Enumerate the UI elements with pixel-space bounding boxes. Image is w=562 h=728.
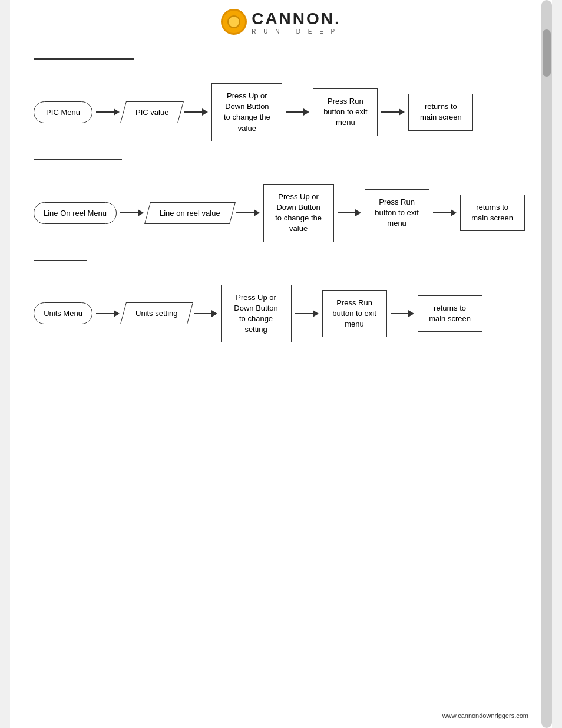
scrollbar-thumb[interactable] [543, 29, 551, 77]
arrow-head [114, 310, 120, 317]
line-on-reel-flow-diagram: Line On reel Menu Line on reel value Pre… [34, 184, 528, 242]
units-return-label: returns to main screen [429, 304, 471, 323]
units-menu-label: Units Menu [44, 309, 82, 318]
website-url: www.cannondownriggers.com [442, 712, 528, 719]
pic-return-label: returns to main screen [420, 102, 462, 121]
units-run-shape: Press Run button to exit menu [322, 290, 387, 338]
pic-return-shape: returns to main screen [408, 94, 473, 130]
arrow-head [303, 108, 309, 116]
arrow-line [295, 313, 313, 314]
arrow-line [96, 111, 114, 113]
logo-circle [221, 9, 247, 35]
units-value-shape: Units setting [120, 302, 193, 324]
line-on-reel-menu-shape: Line On reel Menu [34, 202, 117, 224]
lor-arrow-4 [433, 209, 457, 216]
lor-arrow-3 [338, 209, 361, 216]
arrow-head [114, 108, 120, 116]
arrow-line [391, 313, 408, 314]
lor-arrow-2 [236, 209, 260, 216]
pic-menu-shape: PIC Menu [34, 101, 92, 123]
units-arrow-2 [194, 310, 217, 317]
units-run-label: Press Run button to exit menu [332, 298, 376, 328]
page: CANNON. r u n d e e p PIC Menu PIC value [10, 0, 552, 728]
arrow-head [211, 310, 217, 317]
pic-section-divider [34, 58, 134, 60]
logo-text: CANNON. r u n d e e p [252, 9, 341, 35]
units-menu-shape: Units Menu [34, 302, 92, 324]
arrow-line [286, 111, 303, 113]
arrow-line [120, 212, 138, 213]
pic-updown-label: Press Up or Down Button to change the va… [224, 91, 270, 133]
lor-run-label: Press Run button to exit menu [375, 197, 418, 228]
units-updown-label: Press Up or Down Button to change settin… [234, 293, 277, 334]
lor-return-shape: returns to main screen [460, 195, 525, 231]
units-section-divider [34, 260, 87, 261]
pic-arrow-2 [184, 108, 208, 116]
arrow-line [236, 212, 254, 213]
header: CANNON. r u n d e e p [10, 0, 552, 41]
pic-arrow-3 [286, 108, 309, 116]
pic-menu-label: PIC Menu [46, 108, 80, 117]
logo-container: CANNON. r u n d e e p [221, 9, 341, 35]
arrow-line [194, 313, 211, 314]
units-arrow-4 [391, 310, 414, 317]
arrow-head [138, 209, 144, 216]
units-value-label: Units setting [135, 309, 178, 318]
pic-value-shape: PIC value [120, 101, 184, 123]
pic-value-label: PIC value [135, 108, 168, 117]
pic-run-shape: Press Run button to exit menu [313, 88, 378, 136]
cannon-brand-text: CANNON. [252, 9, 341, 28]
pic-arrow-4 [381, 108, 405, 116]
footer: www.cannondownriggers.com [442, 712, 528, 719]
arrow-head [202, 108, 208, 116]
pic-updown-shape: Press Up or Down Button to change the va… [211, 83, 282, 141]
lor-run-shape: Press Run button to exit menu [365, 189, 429, 237]
arrow-head [313, 310, 319, 317]
arrow-line [381, 111, 399, 113]
arrow-head [254, 209, 260, 216]
arrow-line [433, 212, 451, 213]
arrow-head [399, 108, 405, 116]
lor-updown-shape: Press Up or Down Button to change the va… [263, 184, 334, 242]
content-area: PIC Menu PIC value Press Up or Down Butt… [10, 41, 552, 384]
pic-flow-diagram: PIC Menu PIC value Press Up or Down Butt… [34, 83, 528, 141]
arrow-line [184, 111, 202, 113]
lor-value-shape: Line on reel value [144, 202, 236, 224]
units-updown-shape: Press Up or Down Button to change settin… [221, 285, 292, 343]
scrollbar[interactable] [541, 0, 552, 728]
line-on-reel-menu-label: Line On reel Menu [44, 209, 107, 218]
arrow-head [451, 209, 457, 216]
lor-return-label: returns to main screen [471, 203, 513, 222]
arrow-head [355, 209, 361, 216]
line-on-reel-section-divider [34, 159, 122, 160]
run-deep-tagline: r u n d e e p [252, 28, 341, 35]
pic-run-label: Press Run button to exit menu [323, 97, 367, 127]
arrow-head [408, 310, 414, 317]
lor-value-label: Line on reel value [160, 209, 220, 218]
units-arrow-1 [96, 310, 120, 317]
lor-arrow-1 [120, 209, 144, 216]
units-return-shape: returns to main screen [418, 295, 482, 332]
arrow-line [96, 313, 114, 314]
lor-updown-label: Press Up or Down Button to change the va… [275, 192, 322, 233]
units-flow-diagram: Units Menu Units setting Press Up or Dow… [34, 285, 528, 343]
arrow-line [338, 212, 355, 213]
logo-inner [227, 15, 240, 28]
units-arrow-3 [295, 310, 319, 317]
pic-arrow-1 [96, 108, 120, 116]
